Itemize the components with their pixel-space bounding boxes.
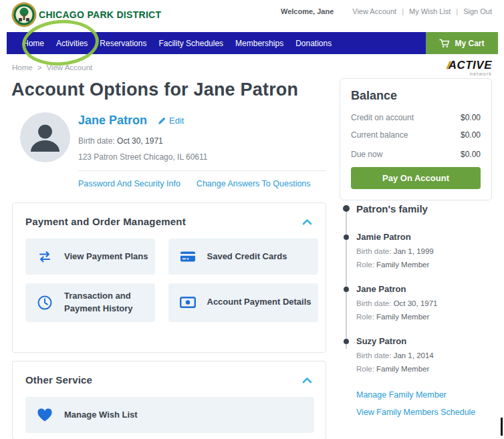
breadcrumb-current: View Account	[46, 63, 92, 71]
transfer-arrows-icon	[37, 250, 53, 263]
clock-icon	[37, 295, 53, 311]
balance-row-credit: Credit on account $0.00	[351, 113, 481, 122]
balance-title: Balance	[351, 89, 481, 103]
profile-summary: Jane Patron Edit Birth date: Oct 30, 197…	[78, 114, 326, 188]
collapse-chevron-up-icon[interactable]	[302, 218, 312, 225]
birth-date-row: Birth date: Oct 30, 1971	[78, 136, 326, 146]
family-member-suzy: Suzy Patron Birth date: Jan 1, 2014 Role…	[340, 336, 498, 373]
account-payment-details-tile[interactable]: Account Payment Details	[168, 283, 318, 322]
divider	[78, 170, 326, 171]
pencil-icon	[158, 117, 166, 125]
other-service-section: Other Service Manage Wish List	[12, 361, 326, 439]
profile-name: Jane Patron	[78, 114, 147, 128]
password-security-link[interactable]: Password And Security Info	[78, 179, 180, 188]
nav-item-memberships[interactable]: Memberships	[229, 39, 289, 48]
transaction-history-tile[interactable]: Transaction and Payment History	[25, 283, 155, 322]
manage-family-member-link[interactable]: Manage Family Member	[356, 390, 498, 400]
breadcrumb-home-link[interactable]: Home	[12, 63, 33, 71]
balance-row-current: Current balance $0.00	[351, 130, 481, 140]
edit-label: Edit	[169, 116, 184, 126]
nav-item-home[interactable]: Home	[17, 39, 50, 48]
other-section-title: Other Service	[25, 374, 92, 386]
family-panel: Patron's family Jamie Patron Birth date:…	[340, 203, 498, 417]
timeline-bullet	[344, 235, 349, 240]
park-district-seal-logo	[11, 2, 37, 27]
breadcrumb-separator: >	[37, 63, 42, 71]
nav-item-reservations[interactable]: Reservations	[94, 39, 152, 48]
change-answers-link[interactable]: Change Answers To Questions	[197, 179, 311, 188]
main-nav: Home Activities Reservations Facility Sc…	[7, 32, 498, 54]
active-logo-text: ACTIVE	[449, 59, 492, 71]
pay-on-account-button[interactable]: Pay On Account	[351, 167, 481, 189]
view-account-link[interactable]: View Account	[347, 7, 402, 15]
nav-item-donations[interactable]: Donations	[289, 39, 338, 48]
family-member-jamie: Jamie Patron Birth date: Jan 1, 1999 Rol…	[340, 232, 498, 269]
account-utility-bar: Welcome, Jane View Account | My Wish Lis…	[281, 7, 497, 15]
timeline-bullet	[344, 287, 349, 292]
active-logo-subtext: network	[449, 71, 492, 77]
heart-icon	[37, 408, 53, 422]
collapse-chevron-up-icon[interactable]	[302, 377, 312, 384]
view-payment-plans-tile[interactable]: View Payment Plans	[25, 239, 155, 275]
my-wish-list-link[interactable]: My Wish List	[404, 7, 456, 15]
timeline-bullet	[344, 339, 349, 344]
my-cart-button[interactable]: My Cart	[426, 32, 498, 54]
address-row: 123 Patron Street Chicago, IL 60611	[78, 152, 326, 162]
page-title: Account Options for Jane Patron	[11, 80, 298, 100]
brand-title: CHICAGO PARK DISTRICT	[39, 9, 161, 20]
avatar	[20, 112, 70, 162]
cart-icon	[439, 39, 450, 48]
view-family-schedule-link[interactable]: View Family Members Schedule	[356, 408, 498, 417]
my-cart-label: My Cart	[455, 39, 484, 48]
timeline-bullet	[343, 205, 350, 212]
balance-row-due: Due now $0.00	[351, 150, 481, 159]
family-member-jane: Jane Patron Birth date: Oct 30, 1971 Rol…	[340, 284, 498, 321]
payment-order-section: Payment and Order Management View Paymen…	[12, 202, 326, 353]
active-network-logo: ACTIVE network	[449, 59, 492, 77]
family-title: Patron's family	[356, 203, 428, 214]
nav-item-facility-schedules[interactable]: Facility Schedules	[152, 39, 229, 48]
balance-panel: Balance Credit on account $0.00 Current …	[340, 78, 492, 200]
banknote-icon	[180, 297, 196, 308]
manage-wish-list-tile[interactable]: Manage Wish List	[25, 397, 314, 433]
nav-item-activities[interactable]: Activities	[50, 39, 94, 48]
credit-card-icon	[180, 251, 196, 263]
cursor-artifact	[501, 418, 503, 436]
breadcrumb: Home > View Account	[12, 63, 92, 71]
payment-section-title: Payment and Order Management	[25, 216, 186, 227]
sign-out-link[interactable]: Sign Out	[458, 7, 497, 15]
welcome-text: Welcome, Jane	[281, 7, 334, 15]
edit-profile-link[interactable]: Edit	[158, 116, 184, 126]
saved-credit-cards-tile[interactable]: Saved Credit Cards	[168, 239, 318, 275]
